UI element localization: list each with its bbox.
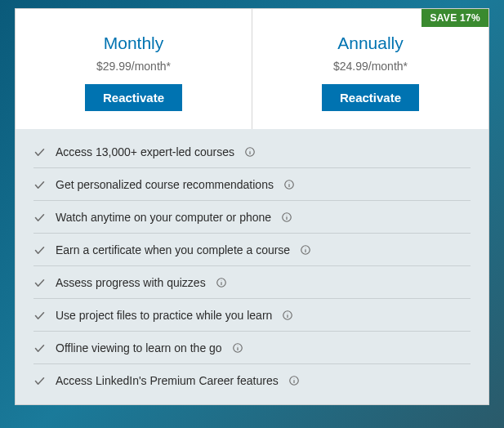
feature-row: Get personalized course recommendations: [33, 168, 471, 201]
plan-title-annually: Annually: [261, 33, 480, 53]
feature-text: Access 13,000+ expert-led courses: [56, 145, 234, 158]
info-icon[interactable]: [232, 342, 243, 354]
check-icon: [33, 146, 46, 158]
feature-text: Use project files to practice while you …: [56, 309, 272, 322]
feature-text: Offline viewing to learn on the go: [56, 341, 222, 354]
feature-row: Access 13,000+ expert-led courses: [33, 136, 471, 168]
feature-row: Earn a certificate when you complete a c…: [33, 234, 471, 266]
info-icon[interactable]: [244, 146, 256, 158]
plan-annually: SAVE 17% Annually $24.99/month* Reactiva…: [252, 9, 488, 129]
svg-point-14: [221, 280, 221, 281]
check-icon: [33, 342, 46, 354]
feature-row: Access LinkedIn's Premium Career feature…: [33, 364, 471, 396]
svg-point-17: [288, 313, 288, 314]
plan-price-annually: $24.99/month*: [261, 60, 480, 73]
feature-text: Assess progress with quizzes: [56, 276, 206, 289]
feature-text: Watch anytime on your computer or phone: [56, 211, 271, 224]
info-icon[interactable]: [288, 375, 300, 386]
info-icon[interactable]: [216, 277, 227, 288]
reactivate-button-annually[interactable]: Reactivate: [322, 84, 419, 111]
feature-text: Earn a certificate when you complete a c…: [56, 243, 290, 256]
reactivate-button-monthly[interactable]: Reactivate: [85, 84, 182, 111]
svg-point-5: [289, 182, 290, 183]
pricing-card: Monthly $29.99/month* Reactivate SAVE 17…: [15, 8, 489, 405]
plan-monthly: Monthly $29.99/month* Reactivate: [16, 9, 252, 129]
feature-row: Assess progress with quizzes: [33, 266, 471, 299]
check-icon: [33, 179, 46, 191]
save-badge: SAVE 17%: [421, 9, 488, 27]
svg-point-23: [293, 378, 294, 379]
check-icon: [33, 212, 46, 224]
feature-row: Use project files to practice while you …: [33, 299, 471, 332]
check-icon: [33, 244, 46, 256]
plans-row: Monthly $29.99/month* Reactivate SAVE 17…: [16, 9, 488, 129]
svg-point-2: [250, 149, 251, 150]
svg-point-11: [306, 247, 306, 248]
check-icon: [33, 277, 46, 289]
feature-row: Watch anytime on your computer or phone: [33, 201, 471, 234]
plan-title-monthly: Monthly: [24, 33, 243, 53]
info-icon[interactable]: [282, 310, 293, 321]
info-icon[interactable]: [281, 212, 292, 223]
svg-point-20: [237, 346, 238, 346]
feature-row: Offline viewing to learn on the go: [33, 332, 471, 364]
info-icon[interactable]: [300, 244, 311, 256]
feature-text: Access LinkedIn's Premium Career feature…: [56, 374, 279, 387]
feature-text: Get personalized course recommendations: [56, 178, 274, 191]
info-icon[interactable]: [283, 179, 295, 190]
check-icon: [33, 310, 46, 322]
check-icon: [33, 375, 46, 387]
features-list: Access 13,000+ expert-led coursesGet per…: [16, 129, 488, 404]
svg-point-8: [287, 215, 288, 216]
plan-price-monthly: $29.99/month*: [24, 60, 243, 73]
